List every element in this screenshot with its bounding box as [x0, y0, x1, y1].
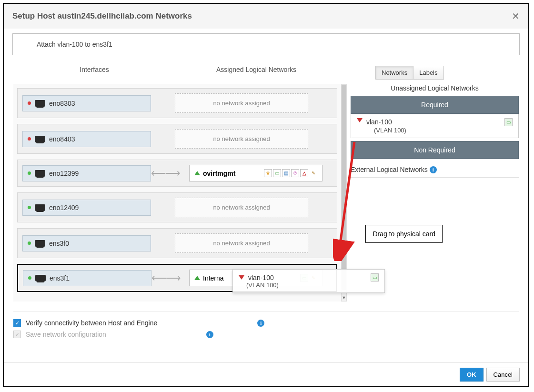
interface-row[interactable]: eno12399 ⟵⟶ ovirtmgmt ♛ ▭ ▤ ⟳ △ ✎ — [17, 160, 337, 187]
ok-button[interactable]: OK — [460, 368, 484, 382]
monitor-icon: ▭ — [273, 169, 281, 177]
close-icon[interactable]: ✕ — [512, 10, 520, 22]
interface-name: eno8403 — [49, 135, 75, 143]
non-required-section: Non Required — [351, 141, 519, 159]
info-icon[interactable]: i — [206, 331, 213, 338]
drag-ghost-network[interactable]: vlan-100 ▭ (VLAN 100) — [232, 269, 385, 293]
unassigned-network-item[interactable]: vlan-100 (VLAN 100) ▭ — [351, 114, 519, 138]
interface-name: eno12409 — [49, 204, 79, 211]
interface-card[interactable]: eno12409 — [22, 200, 151, 216]
setup-host-networks-dialog: Setup Host austin245.dellhcilab.com Netw… — [3, 3, 529, 387]
vm-icon: ▭ — [371, 273, 379, 281]
vm-net-icon: ▤ — [282, 169, 290, 177]
nic-icon — [35, 275, 46, 281]
save-config-option: ✓ Save network configuration i — [13, 329, 519, 340]
status-down-icon — [28, 101, 31, 105]
nic-icon — [35, 170, 45, 177]
interface-card[interactable]: ens3f1 — [23, 270, 151, 286]
tab-networks[interactable]: Networks — [375, 66, 413, 80]
checkbox-checked-icon[interactable]: ✓ — [13, 319, 21, 327]
interface-card[interactable]: eno8403 — [22, 131, 151, 147]
assigned-network[interactable]: ovirtmgmt ♛ ▭ ▤ ⟳ △ ✎ — [189, 165, 322, 181]
network-slot[interactable]: no network assigned — [151, 93, 332, 113]
status-up-icon — [28, 171, 31, 175]
column-headers: Interfaces Assigned Logical Networks Net… — [13, 66, 519, 80]
mgmt-icon: ♛ — [264, 169, 272, 177]
network-slot[interactable]: no network assigned — [151, 233, 332, 253]
network-up-icon — [194, 171, 200, 175]
bond-arrow-icon: ⟵⟶ — [151, 167, 180, 180]
dialog-footer: OK Cancel — [4, 362, 528, 386]
interface-row[interactable]: eno8403 no network assigned — [17, 124, 337, 154]
interfaces-header: Interfaces — [13, 66, 175, 80]
network-slot[interactable]: no network assigned — [151, 198, 332, 217]
no-network-placeholder: no network assigned — [175, 233, 308, 253]
bond-arrow-icon: ⟵⟶ — [151, 272, 180, 284]
interface-row[interactable]: eno8303 no network assigned — [17, 88, 337, 118]
status-down-icon — [28, 137, 31, 141]
external-networks-title: External Logical Networks i — [351, 166, 519, 175]
edit-icon[interactable]: ✎ — [309, 169, 317, 177]
dialog-header: Setup Host austin245.dellhcilab.com Netw… — [4, 4, 528, 29]
vm-icon: ▭ — [504, 118, 513, 126]
no-network-placeholder: no network assigned — [175, 129, 308, 149]
interface-name: ens3f0 — [49, 240, 69, 247]
annotation-label: Drag to physical card — [365, 225, 443, 243]
interface-name: eno8303 — [49, 100, 75, 107]
interface-row[interactable]: eno12409 no network assigned — [17, 192, 337, 222]
info-icon[interactable]: i — [257, 320, 264, 327]
interface-card[interactable]: eno8303 — [22, 95, 151, 111]
interface-name: ens3f1 — [50, 274, 70, 282]
options-area: ✓ Verify connectivity between Host and E… — [13, 311, 519, 340]
scrollbar-thumb[interactable] — [342, 85, 346, 290]
network-down-icon — [357, 118, 363, 122]
network-label: ovirtmgmt — [203, 170, 235, 177]
network-badges: ♛ ▭ ▤ ⟳ △ ✎ — [264, 169, 317, 177]
status-up-icon — [28, 241, 31, 245]
save-label: Save network configuration — [26, 331, 106, 338]
drag-network-name: vlan-100 — [248, 274, 274, 281]
verify-connectivity-option[interactable]: ✓ Verify connectivity between Host and E… — [13, 317, 519, 329]
cancel-button[interactable]: Cancel — [486, 368, 520, 382]
assigned-header: Assigned Logical Networks — [175, 66, 337, 80]
scroll-down-icon[interactable]: ▼ — [342, 295, 346, 301]
info-icon[interactable]: i — [430, 166, 437, 173]
unassigned-title: Unassigned Logical Networks — [351, 84, 519, 92]
interface-card[interactable]: eno12399 — [22, 165, 151, 181]
nic-icon — [35, 204, 45, 211]
unassigned-network-sub: (VLAN 100) — [366, 127, 406, 134]
network-down-icon — [239, 275, 244, 280]
status-up-icon — [28, 206, 31, 209]
nic-icon — [35, 240, 45, 247]
nic-icon — [35, 136, 45, 142]
interface-card[interactable]: ens3f0 — [22, 235, 151, 251]
unassigned-network-name: vlan-100 — [366, 118, 406, 126]
dialog-title: Setup Host austin245.dellhcilab.com Netw… — [12, 11, 192, 21]
network-slot[interactable]: no network assigned — [151, 129, 332, 149]
network-up-icon — [194, 276, 200, 280]
right-tabs: NetworksLabels — [375, 66, 519, 80]
tab-labels[interactable]: Labels — [413, 66, 443, 80]
instruction-bar: Attach vlan-100 to ens3f1 — [12, 33, 520, 55]
verify-label: Verify connectivity between Host and Eng… — [26, 319, 157, 327]
network-label: Interna — [203, 274, 224, 282]
required-section: Required — [351, 96, 519, 114]
warning-icon: △ — [300, 169, 308, 177]
nic-icon — [35, 100, 45, 107]
no-network-placeholder: no network assigned — [175, 198, 308, 217]
drag-network-sub: (VLAN 100) — [239, 281, 379, 289]
status-up-icon — [28, 276, 31, 280]
no-network-placeholder: no network assigned — [175, 93, 308, 113]
network-slot[interactable]: ovirtmgmt ♛ ▭ ▤ ⟳ △ ✎ — [180, 165, 332, 181]
interface-name: eno12399 — [49, 170, 79, 177]
checkbox-disabled-icon: ✓ — [13, 331, 21, 338]
interface-row[interactable]: ens3f0 no network assigned — [17, 228, 337, 258]
sync-icon: ⟳ — [291, 169, 299, 177]
